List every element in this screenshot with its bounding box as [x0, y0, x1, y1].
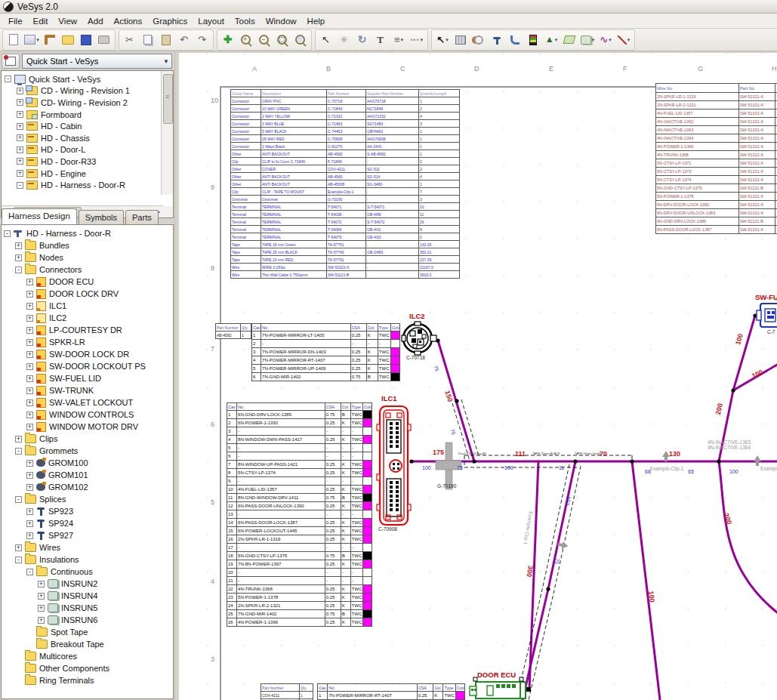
tree-item[interactable]: + INSRUN6 [2, 614, 173, 626]
expander-icon[interactable]: + [26, 424, 33, 430]
dropdown-arrow-icon[interactable]: ▾ [446, 37, 449, 43]
toolbar-button[interactable]: ✳ [336, 32, 353, 48]
toolbar-button[interactable]: ↖ [318, 32, 335, 48]
toolbar-button[interactable]: ▾ [579, 32, 596, 48]
expander-icon[interactable]: - [17, 182, 23, 189]
expander-icon[interactable]: + [26, 351, 33, 358]
toolbar-button[interactable] [42, 32, 58, 48]
tree-item[interactable]: + CD- Wiring - Revision 2 [2, 97, 173, 109]
expander-icon[interactable]: + [26, 327, 33, 334]
dropdown-arrow-icon[interactable]: ▾ [609, 37, 612, 43]
toolbar-button[interactable] [292, 32, 309, 48]
expander-icon[interactable]: + [26, 520, 33, 527]
vertical-scrollbar[interactable] [161, 71, 173, 195]
tree-item[interactable]: + GROM102 [2, 481, 173, 493]
wire-list-table[interactable]: Wire No.Part No.fro 2N-SPKR-LR-1-1319SW-… [655, 83, 777, 234]
tree-item[interactable]: - HD - Harness - Door-R [2, 227, 173, 239]
toolbar-button[interactable] [256, 32, 273, 48]
toolbar-button[interactable]: ↖▾ [434, 32, 451, 48]
tree-item[interactable]: Multicores [2, 650, 173, 662]
dropdown-arrow-icon[interactable]: ▾ [36, 37, 39, 43]
workspace-button[interactable] [2, 54, 20, 69]
expander-icon[interactable]: + [17, 88, 23, 94]
tree-item[interactable]: + SW-VALET LOCKOUT [2, 396, 173, 409]
tree-item[interactable]: - Connectors [2, 264, 173, 276]
expander-icon[interactable]: + [17, 170, 23, 177]
toolbar-button[interactable]: ▾ [615, 32, 632, 48]
toolbar-button[interactable] [158, 32, 174, 48]
expander-icon[interactable]: + [26, 460, 33, 467]
menu-item[interactable]: Tools [230, 15, 261, 27]
tree-item[interactable]: + LP-COURTESY DR [2, 324, 173, 336]
expander-icon[interactable]: + [26, 291, 33, 298]
expander-icon[interactable]: - [15, 496, 22, 503]
tree-item[interactable]: + SP927 [2, 529, 173, 541]
tree-item[interactable]: + WINDOW CONTROLS [2, 409, 173, 421]
tree-item[interactable]: + CD - Wiring - Revision 1 [2, 85, 173, 97]
tree-item[interactable]: + Nodes [2, 251, 173, 264]
expander-icon[interactable]: + [17, 99, 23, 106]
toolbar-button[interactable] [96, 32, 113, 48]
expander-icon[interactable]: - [15, 557, 22, 563]
tree-item[interactable]: Breakout Tape [2, 638, 173, 650]
expander-icon[interactable]: + [17, 123, 23, 130]
ilc2-part-table[interactable]: Part NumberQty. AB-45821 [215, 323, 251, 339]
expander-icon[interactable]: + [15, 242, 22, 249]
menu-item[interactable]: File [3, 15, 28, 27]
toolbar-button[interactable]: ↶ [176, 32, 193, 48]
expander-icon[interactable]: + [26, 363, 33, 370]
combo-dropdown-icon[interactable]: ▼ [163, 58, 169, 65]
ilc2-cavity-table[interactable]: CavNo.CSACol.TypeColor 17N-POWER-MIRROR-… [251, 323, 400, 381]
tree-item[interactable]: + WINDOW MOTOR DRV [2, 421, 173, 433]
tree-item[interactable]: + SP923 [2, 505, 173, 517]
expander-icon[interactable]: + [26, 508, 33, 515]
tree-item[interactable]: - HD - Harness - Door-R [2, 179, 173, 191]
toolbar-button[interactable] [525, 32, 541, 48]
tree-item[interactable]: Other Components [2, 662, 173, 674]
ilc2-connector-symbol[interactable] [402, 322, 436, 355]
tree-item[interactable]: - Quick Start - VeSys [2, 73, 173, 85]
tree-item[interactable]: Ring Terminals [2, 674, 173, 686]
expander-icon[interactable]: + [15, 254, 22, 261]
toolbar-button[interactable] [78, 32, 94, 48]
toolbar-button[interactable]: ∿▾ [597, 32, 614, 48]
tree-item[interactable]: + SPKR-LR [2, 336, 173, 348]
drawing-canvas[interactable]: ABCDEFGH 109876543 [179, 53, 777, 700]
expander-icon[interactable]: + [38, 593, 45, 600]
door-ecu-connector-symbol[interactable] [470, 677, 531, 698]
expander-icon[interactable]: + [17, 158, 23, 165]
tree-item[interactable]: + ILC1 [2, 300, 173, 312]
menu-item[interactable]: Layout [193, 15, 230, 27]
tree-item[interactable]: + HD - Chassis [2, 132, 173, 144]
dropdown-arrow-icon[interactable]: ▾ [627, 37, 631, 43]
menu-item[interactable]: View [53, 15, 82, 27]
panel-tab[interactable]: Harness Design [2, 208, 77, 224]
tree-item[interactable]: + ILC2 [2, 312, 173, 324]
expander-icon[interactable]: + [26, 375, 33, 382]
expander-icon[interactable]: + [17, 111, 23, 118]
tree-item[interactable]: + GROM101 [2, 469, 173, 481]
expander-icon[interactable]: + [26, 399, 33, 406]
toolbar-button[interactable] [470, 32, 487, 48]
toolbar-button[interactable]: ▲▾ [543, 32, 560, 48]
bundle-branch-mid[interactable] [632, 461, 660, 700]
tree-item[interactable]: - Splices [2, 493, 173, 505]
expander-icon[interactable]: - [15, 448, 22, 455]
expander-icon[interactable]: - [15, 267, 22, 273]
tree-item[interactable]: + HD - Engine [2, 168, 173, 180]
toolbar-button[interactable] [452, 32, 469, 48]
tree-item[interactable]: + SW-TRUNK [2, 384, 173, 396]
bundle-curve-right[interactable] [719, 461, 777, 612]
tree-item[interactable]: + SP924 [2, 517, 173, 529]
tree-item[interactable]: + INSRUN2 [2, 578, 173, 590]
tree-item[interactable]: + SW-FUEL LID [2, 372, 173, 384]
toolbar-button[interactable]: ▪▪▪▾ [409, 32, 425, 48]
toolbar-button[interactable]: ▾ [23, 32, 40, 48]
expander-icon[interactable]: + [26, 303, 33, 310]
tree-item[interactable]: - Insulations [2, 554, 173, 566]
ilc1-connector-symbol[interactable] [377, 406, 411, 525]
tree-item[interactable]: + HD - Cabin [2, 120, 173, 132]
tree-item[interactable]: Spot Tape [2, 626, 173, 638]
swfu-connector-symbol[interactable] [757, 304, 777, 327]
expander-icon[interactable]: + [17, 146, 23, 153]
